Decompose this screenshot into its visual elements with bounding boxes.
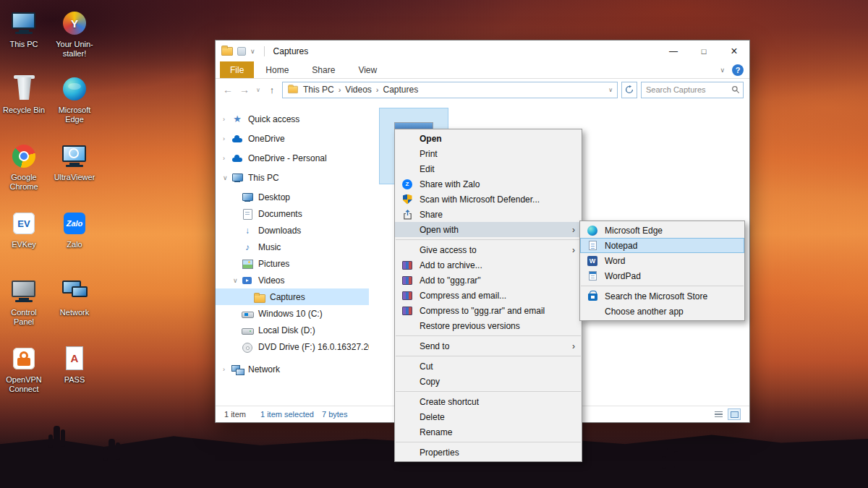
sidebar-item-documents[interactable]: Documents bbox=[216, 205, 369, 222]
quick-access-toolbar-dropdown-icon[interactable]: ∨ bbox=[250, 48, 255, 55]
chevron-down-icon[interactable]: ∨ bbox=[223, 174, 231, 181]
close-button[interactable]: × bbox=[719, 40, 749, 61]
desktop-icon-google-chrome[interactable]: Google Chrome bbox=[0, 142, 48, 191]
sidebar-item-label: Windows 10 (C:) bbox=[258, 309, 323, 319]
address-dropdown-icon[interactable]: ∨ bbox=[608, 87, 613, 93]
context-menu-item-compress-to-ggg-rar-and-email[interactable]: Compress to "ggg.rar" and email bbox=[395, 303, 582, 318]
context-menu-item-properties[interactable]: Properties bbox=[395, 445, 582, 460]
open-with-item-search-microsoft-store[interactable]: Search the Microsoft Store bbox=[580, 288, 744, 304]
pictures-icon bbox=[242, 259, 253, 269]
chevron-right-icon[interactable]: › bbox=[223, 135, 231, 142]
open-with-item-choose-another-app[interactable]: Choose another app bbox=[580, 304, 744, 319]
breadcrumb[interactable]: This PC › Videos › Captures ∨ bbox=[282, 82, 618, 98]
up-icon[interactable]: ↑ bbox=[265, 85, 278, 95]
breadcrumb-item-videos[interactable]: Videos bbox=[345, 85, 371, 95]
thumbnail-view-button[interactable] bbox=[728, 408, 741, 420]
submenu-arrow-icon: › bbox=[572, 245, 575, 255]
context-menu-item-print[interactable]: Print bbox=[395, 146, 582, 161]
your-uninstaller-icon: Y bbox=[60, 9, 89, 38]
chevron-down-icon[interactable]: ∨ bbox=[233, 277, 242, 284]
sidebar-item-music[interactable]: ♪ Music bbox=[216, 239, 369, 255]
desktop-icon-control-panel[interactable]: Control Panel bbox=[0, 277, 48, 326]
context-menu-item-add-to-ggg-rar[interactable]: Add to "ggg.rar" bbox=[395, 273, 582, 288]
sidebar-item-windows-10-c[interactable]: Windows 10 (C:) bbox=[216, 305, 369, 322]
context-menu-item-restore-previous-versions[interactable]: Restore previous versions bbox=[395, 318, 582, 333]
search-box[interactable] bbox=[641, 82, 744, 98]
open-with-item-wordpad[interactable]: WordPad bbox=[580, 268, 744, 283]
chevron-right-icon[interactable]: › bbox=[223, 116, 231, 123]
context-menu-item-rename[interactable]: Rename bbox=[395, 424, 582, 440]
context-menu-item-give-access-to[interactable]: Give access to › bbox=[395, 242, 582, 257]
desktop-icon-evkey[interactable]: EV EVKey bbox=[0, 209, 48, 249]
desktop-icon-microsoft-edge[interactable]: Microsoft Edge bbox=[51, 74, 98, 124]
refresh-button[interactable] bbox=[621, 82, 637, 98]
sidebar-item-onedrive-personal[interactable]: › OneDrive - Personal bbox=[216, 150, 369, 166]
chevron-right-icon[interactable]: › bbox=[223, 366, 231, 373]
title-bar[interactable]: ∨ Captures — □ × bbox=[216, 40, 749, 61]
submenu-arrow-icon: › bbox=[572, 341, 575, 351]
quick-access-toolbar-icon[interactable] bbox=[237, 47, 246, 56]
context-menu-item-open[interactable]: Open bbox=[395, 131, 582, 146]
desktop-icon-label: Your Unin-staller! bbox=[51, 40, 98, 58]
sidebar-item-pictures[interactable]: Pictures bbox=[216, 255, 369, 272]
context-menu-item-share-with-zalo[interactable]: Z Share with Zalo bbox=[395, 176, 582, 192]
menu-separator bbox=[396, 442, 581, 442]
sidebar-item-quick-access[interactable]: › ★ Quick access bbox=[216, 111, 369, 127]
sidebar-item-downloads[interactable]: ↓ Downloads bbox=[216, 222, 369, 239]
sidebar-item-this-pc[interactable]: ∨ This PC bbox=[216, 169, 369, 186]
open-with-item-word[interactable]: W Word bbox=[580, 253, 744, 268]
ribbon-expand-icon[interactable]: ∨ bbox=[720, 67, 725, 74]
desktop-icon-zalo[interactable]: Zalo Zalo bbox=[51, 209, 98, 249]
cactus-silhouette bbox=[54, 426, 60, 463]
menu-item-label: Word bbox=[605, 256, 625, 266]
videos-icon bbox=[242, 275, 253, 286]
desktop-icon-pass[interactable]: A PASS bbox=[51, 344, 98, 385]
sidebar-item-dvd-drive-f[interactable]: DVD Drive (F:) 16.0.16327.20264 bbox=[216, 338, 369, 355]
sidebar-item-network[interactable]: › Network bbox=[216, 361, 369, 377]
context-menu: Open Print Edit Z Share with Zalo Scan w… bbox=[394, 129, 582, 462]
recent-locations-icon[interactable]: ∨ bbox=[255, 87, 262, 93]
back-icon[interactable]: ← bbox=[221, 84, 234, 95]
desktop-icon-your-uninstaller[interactable]: Y Your Unin-staller! bbox=[51, 9, 98, 58]
tab-home[interactable]: Home bbox=[254, 61, 300, 78]
tab-file[interactable]: File bbox=[220, 61, 254, 78]
desktop-icon-this-pc[interactable]: This PC bbox=[0, 9, 48, 49]
context-menu-item-cut[interactable]: Cut bbox=[395, 359, 582, 374]
captures-folder-icon bbox=[253, 292, 265, 302]
minimize-button[interactable]: — bbox=[658, 40, 689, 61]
sidebar-item-videos[interactable]: ∨ Videos bbox=[216, 272, 369, 288]
context-menu-item-create-shortcut[interactable]: Create shortcut bbox=[395, 394, 582, 409]
context-menu-item-add-to-archive[interactable]: Add to archive... bbox=[395, 257, 582, 273]
desktop-icon-ultraviewer[interactable]: UltraViewer bbox=[51, 142, 98, 182]
forward-icon[interactable]: → bbox=[238, 84, 251, 95]
desktop-icon-recycle-bin[interactable]: Recycle Bin bbox=[0, 74, 48, 115]
context-menu-item-open-with[interactable]: Open with › bbox=[395, 222, 582, 237]
open-with-item-microsoft-edge[interactable]: Microsoft Edge bbox=[580, 223, 744, 238]
desktop-icon-network[interactable]: Network bbox=[51, 277, 98, 317]
sidebar-item-onedrive[interactable]: › OneDrive bbox=[216, 130, 369, 147]
breadcrumb-item-captures[interactable]: Captures bbox=[383, 85, 419, 95]
context-menu-item-scan-with-defender[interactable]: Scan with Microsoft Defender... bbox=[395, 192, 582, 207]
quick-access-star-icon: ★ bbox=[231, 114, 243, 124]
tab-view[interactable]: View bbox=[346, 61, 388, 78]
dvd-drive-icon bbox=[242, 342, 253, 352]
breadcrumb-item-this-pc[interactable]: This PC bbox=[303, 85, 334, 95]
menu-item-label: Compress to "ggg.rar" and email bbox=[420, 306, 545, 316]
context-menu-item-compress-and-email[interactable]: Compress and email... bbox=[395, 288, 582, 303]
desktop-icon-openvpn-connect[interactable]: OpenVPN Connect bbox=[0, 344, 48, 393]
search-input[interactable] bbox=[646, 85, 731, 94]
maximize-button[interactable]: □ bbox=[689, 40, 719, 61]
context-menu-item-edit[interactable]: Edit bbox=[395, 161, 582, 176]
context-menu-item-delete[interactable]: Delete bbox=[395, 409, 582, 424]
help-icon[interactable]: ? bbox=[732, 64, 744, 76]
context-menu-item-share[interactable]: Share bbox=[395, 207, 582, 222]
chevron-right-icon[interactable]: › bbox=[223, 155, 231, 162]
sidebar-item-captures[interactable]: Captures bbox=[216, 288, 369, 305]
context-menu-item-send-to[interactable]: Send to › bbox=[395, 338, 582, 354]
open-with-item-notepad[interactable]: Notepad bbox=[580, 238, 744, 253]
sidebar-item-local-disk-d[interactable]: Local Disk (D:) bbox=[216, 322, 369, 338]
details-view-button[interactable] bbox=[712, 408, 725, 420]
context-menu-item-copy[interactable]: Copy bbox=[395, 374, 582, 389]
tab-share[interactable]: Share bbox=[300, 61, 346, 78]
sidebar-item-desktop[interactable]: Desktop bbox=[216, 189, 369, 205]
